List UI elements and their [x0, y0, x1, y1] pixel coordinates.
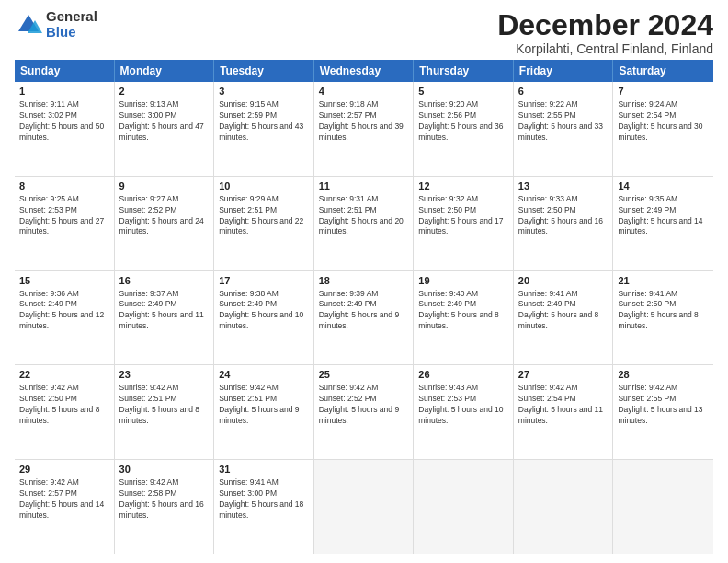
- cal-cell: 20Sunrise: 9:41 AM Sunset: 2:49 PM Dayli…: [514, 271, 614, 365]
- day-info: Sunrise: 9:36 AM Sunset: 2:49 PM Dayligh…: [19, 289, 109, 333]
- day-info: Sunrise: 9:42 AM Sunset: 2:57 PM Dayligh…: [19, 477, 109, 522]
- day-info: Sunrise: 9:11 AM Sunset: 3:02 PM Dayligh…: [19, 99, 109, 144]
- logo-general: General: [46, 9, 97, 25]
- cal-header-friday: Friday: [514, 60, 614, 82]
- cal-week-1: 8Sunrise: 9:25 AM Sunset: 2:53 PM Daylig…: [15, 177, 713, 271]
- day-number: 2: [119, 85, 210, 98]
- day-info: Sunrise: 9:33 AM Sunset: 2:50 PM Dayligh…: [518, 194, 609, 238]
- day-number: 9: [119, 179, 210, 193]
- day-info: Sunrise: 9:35 AM Sunset: 2:49 PM Dayligh…: [618, 194, 709, 238]
- cal-cell: 15Sunrise: 9:36 AM Sunset: 2:49 PM Dayli…: [15, 271, 115, 365]
- day-info: Sunrise: 9:42 AM Sunset: 2:52 PM Dayligh…: [319, 383, 409, 427]
- day-number: 1: [19, 85, 109, 98]
- day-number: 22: [19, 368, 109, 382]
- day-info: Sunrise: 9:41 AM Sunset: 2:50 PM Dayligh…: [618, 289, 709, 333]
- cal-cell: 14Sunrise: 9:35 AM Sunset: 2:49 PM Dayli…: [613, 177, 713, 270]
- cal-cell: 27Sunrise: 9:42 AM Sunset: 2:54 PM Dayli…: [514, 365, 614, 459]
- header: General Blue December 2024 Korpilahti, C…: [15, 9, 713, 56]
- day-info: Sunrise: 9:42 AM Sunset: 2:51 PM Dayligh…: [219, 383, 309, 427]
- calendar-body: 1Sunrise: 9:11 AM Sunset: 3:02 PM Daylig…: [15, 82, 713, 554]
- day-number: 28: [618, 368, 709, 382]
- day-info: Sunrise: 9:18 AM Sunset: 2:57 PM Dayligh…: [319, 99, 409, 144]
- day-number: 15: [19, 274, 109, 288]
- day-info: Sunrise: 9:42 AM Sunset: 2:51 PM Dayligh…: [119, 383, 210, 427]
- calendar-header-row: SundayMondayTuesdayWednesdayThursdayFrid…: [15, 60, 713, 82]
- day-number: 8: [19, 179, 109, 193]
- day-info: Sunrise: 9:42 AM Sunset: 2:50 PM Dayligh…: [19, 383, 109, 427]
- day-number: 4: [319, 85, 409, 98]
- cal-cell: 28Sunrise: 9:42 AM Sunset: 2:55 PM Dayli…: [613, 365, 713, 459]
- day-info: Sunrise: 9:24 AM Sunset: 2:54 PM Dayligh…: [618, 99, 709, 144]
- day-info: Sunrise: 9:20 AM Sunset: 2:56 PM Dayligh…: [418, 99, 508, 144]
- day-info: Sunrise: 9:38 AM Sunset: 2:49 PM Dayligh…: [219, 289, 309, 333]
- cal-cell: 29Sunrise: 9:42 AM Sunset: 2:57 PM Dayli…: [15, 460, 115, 554]
- cal-cell: 21Sunrise: 9:41 AM Sunset: 2:50 PM Dayli…: [613, 271, 713, 365]
- day-number: 7: [618, 85, 709, 98]
- day-number: 14: [618, 179, 709, 193]
- cal-cell: [414, 460, 514, 554]
- cal-cell: 8Sunrise: 9:25 AM Sunset: 2:53 PM Daylig…: [15, 177, 115, 270]
- cal-cell: 4Sunrise: 9:18 AM Sunset: 2:57 PM Daylig…: [314, 82, 415, 176]
- main-title: December 2024: [497, 9, 713, 41]
- cal-cell: 17Sunrise: 9:38 AM Sunset: 2:49 PM Dayli…: [214, 271, 314, 365]
- cal-cell: 7Sunrise: 9:24 AM Sunset: 2:54 PM Daylig…: [613, 82, 713, 176]
- day-info: Sunrise: 9:15 AM Sunset: 2:59 PM Dayligh…: [219, 99, 309, 144]
- cal-cell: 5Sunrise: 9:20 AM Sunset: 2:56 PM Daylig…: [414, 82, 514, 176]
- cal-header-wednesday: Wednesday: [314, 60, 415, 82]
- day-number: 13: [518, 179, 609, 193]
- day-number: 3: [219, 85, 309, 98]
- calendar: SundayMondayTuesdayWednesdayThursdayFrid…: [15, 60, 713, 554]
- day-info: Sunrise: 9:43 AM Sunset: 2:53 PM Dayligh…: [418, 383, 508, 427]
- day-number: 11: [319, 179, 409, 193]
- cal-week-0: 1Sunrise: 9:11 AM Sunset: 3:02 PM Daylig…: [15, 82, 713, 177]
- day-info: Sunrise: 9:31 AM Sunset: 2:51 PM Dayligh…: [319, 194, 409, 238]
- cal-cell: [613, 460, 713, 554]
- cal-cell: 2Sunrise: 9:13 AM Sunset: 3:00 PM Daylig…: [115, 82, 215, 176]
- cal-week-3: 22Sunrise: 9:42 AM Sunset: 2:50 PM Dayli…: [15, 365, 713, 460]
- page: General Blue December 2024 Korpilahti, C…: [0, 0, 728, 563]
- cal-cell: 13Sunrise: 9:33 AM Sunset: 2:50 PM Dayli…: [514, 177, 614, 270]
- cal-cell: 19Sunrise: 9:40 AM Sunset: 2:49 PM Dayli…: [414, 271, 514, 365]
- day-info: Sunrise: 9:42 AM Sunset: 2:58 PM Dayligh…: [119, 477, 210, 522]
- cal-week-2: 15Sunrise: 9:36 AM Sunset: 2:49 PM Dayli…: [15, 271, 713, 366]
- day-number: 6: [518, 85, 609, 98]
- cal-cell: 16Sunrise: 9:37 AM Sunset: 2:49 PM Dayli…: [115, 271, 215, 365]
- day-info: Sunrise: 9:40 AM Sunset: 2:49 PM Dayligh…: [418, 289, 508, 333]
- day-info: Sunrise: 9:42 AM Sunset: 2:55 PM Dayligh…: [618, 383, 709, 427]
- cal-cell: 12Sunrise: 9:32 AM Sunset: 2:50 PM Dayli…: [414, 177, 514, 270]
- day-number: 17: [219, 274, 309, 288]
- day-info: Sunrise: 9:22 AM Sunset: 2:55 PM Dayligh…: [518, 99, 609, 144]
- day-info: Sunrise: 9:13 AM Sunset: 3:00 PM Dayligh…: [119, 99, 210, 144]
- cal-header-tuesday: Tuesday: [214, 60, 314, 82]
- cal-cell: [514, 460, 614, 554]
- cal-cell: [314, 460, 415, 554]
- day-number: 31: [219, 463, 309, 477]
- cal-cell: 30Sunrise: 9:42 AM Sunset: 2:58 PM Dayli…: [115, 460, 215, 554]
- cal-cell: 24Sunrise: 9:42 AM Sunset: 2:51 PM Dayli…: [214, 365, 314, 459]
- day-info: Sunrise: 9:25 AM Sunset: 2:53 PM Dayligh…: [19, 194, 109, 238]
- title-block: December 2024 Korpilahti, Central Finlan…: [497, 9, 713, 56]
- day-number: 10: [219, 179, 309, 193]
- cal-cell: 22Sunrise: 9:42 AM Sunset: 2:50 PM Dayli…: [15, 365, 115, 459]
- day-number: 23: [119, 368, 210, 382]
- day-number: 19: [418, 274, 508, 288]
- cal-cell: 10Sunrise: 9:29 AM Sunset: 2:51 PM Dayli…: [214, 177, 314, 270]
- day-number: 21: [618, 274, 709, 288]
- cal-header-monday: Monday: [115, 60, 215, 82]
- cal-cell: 23Sunrise: 9:42 AM Sunset: 2:51 PM Dayli…: [115, 365, 215, 459]
- cal-cell: 9Sunrise: 9:27 AM Sunset: 2:52 PM Daylig…: [115, 177, 215, 270]
- cal-cell: 1Sunrise: 9:11 AM Sunset: 3:02 PM Daylig…: [15, 82, 115, 176]
- day-info: Sunrise: 9:37 AM Sunset: 2:49 PM Dayligh…: [119, 289, 210, 333]
- day-info: Sunrise: 9:27 AM Sunset: 2:52 PM Dayligh…: [119, 194, 210, 238]
- day-number: 16: [119, 274, 210, 288]
- cal-header-sunday: Sunday: [15, 60, 115, 82]
- cal-header-thursday: Thursday: [414, 60, 514, 82]
- logo: General Blue: [15, 9, 97, 40]
- day-info: Sunrise: 9:39 AM Sunset: 2:49 PM Dayligh…: [319, 289, 409, 333]
- logo-icon: [15, 11, 42, 39]
- day-info: Sunrise: 9:42 AM Sunset: 2:54 PM Dayligh…: [518, 383, 609, 427]
- day-number: 25: [319, 368, 409, 382]
- day-number: 5: [418, 85, 508, 98]
- cal-cell: 3Sunrise: 9:15 AM Sunset: 2:59 PM Daylig…: [214, 82, 314, 176]
- subtitle: Korpilahti, Central Finland, Finland: [497, 41, 713, 56]
